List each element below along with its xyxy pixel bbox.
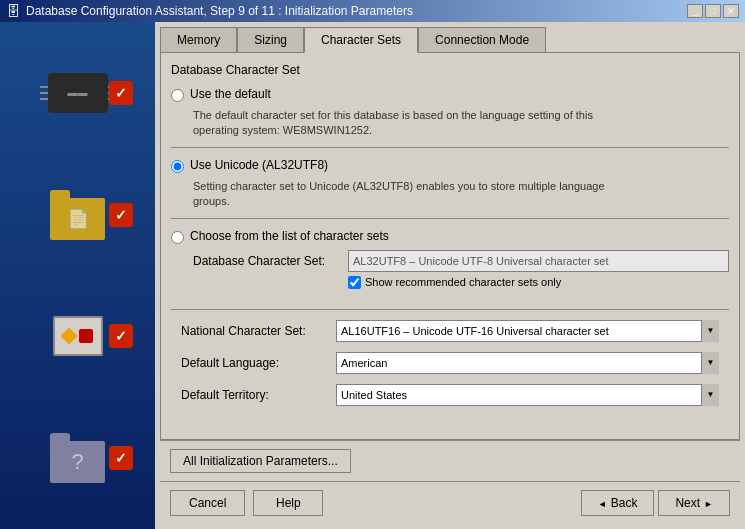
shapes-icon xyxy=(53,316,103,356)
divider-1 xyxy=(171,147,729,148)
title-bar: 🗄 Database Configuration Assistant, Step… xyxy=(0,0,745,22)
folder-icon-1: 📄 xyxy=(50,198,105,240)
maximize-button[interactable]: □ xyxy=(705,4,721,18)
check-badge-3: ✓ xyxy=(109,324,133,348)
radio-default-row: Use the default xyxy=(171,87,729,102)
window-controls[interactable]: _ □ ✕ xyxy=(687,4,739,18)
tab-memory[interactable]: Memory xyxy=(160,27,237,53)
chip-pins-left xyxy=(40,86,48,100)
check-badge-4: ✓ xyxy=(109,446,133,470)
radio-unicode-row: Use Unicode (AL32UTF8) xyxy=(171,158,729,173)
radio-choose[interactable] xyxy=(171,231,184,244)
radio-unicode-desc: Setting character set to Unicode (AL32UT… xyxy=(193,179,729,210)
default-language-select-wrapper: American ▼ xyxy=(336,352,719,374)
default-language-row: Default Language: American ▼ xyxy=(171,352,729,374)
default-language-select[interactable]: American xyxy=(336,352,719,374)
step-icon-3: ✓ xyxy=(13,296,143,376)
nav-buttons: Back Next xyxy=(581,490,730,516)
show-recommended-label[interactable]: Show recommended character sets only xyxy=(365,276,561,288)
radio-default-desc: The default character set for this datab… xyxy=(193,108,729,139)
footer: Cancel Help Back Next xyxy=(160,481,740,524)
national-charset-select-wrapper: AL16UTF16 – Unicode UTF-16 Universal cha… xyxy=(336,320,719,342)
default-territory-row: Default Territory: United States ▼ xyxy=(171,384,729,406)
national-charset-select[interactable]: AL16UTF16 – Unicode UTF-16 Universal cha… xyxy=(336,320,719,342)
divider-2 xyxy=(171,218,729,219)
db-charset-label: Database Character Set: xyxy=(193,254,348,268)
content-area: Database Character Set Use the default T… xyxy=(160,52,740,440)
left-panel: ▬▬ ✓ 📄 ✓ ✓ ? xyxy=(0,22,155,529)
show-recommended-checkbox[interactable] xyxy=(348,276,361,289)
default-territory-select[interactable]: United States xyxy=(336,384,719,406)
tab-character-sets[interactable]: Character Sets xyxy=(304,27,418,53)
radio-default-label[interactable]: Use the default xyxy=(190,87,271,101)
footer-left-buttons: Cancel Help xyxy=(170,490,323,516)
next-arrow-icon xyxy=(704,496,713,510)
radio-unicode[interactable] xyxy=(171,160,184,173)
section-title: Database Character Set xyxy=(171,63,729,77)
minimize-button[interactable]: _ xyxy=(687,4,703,18)
divider-3 xyxy=(171,309,729,310)
tab-bar: Memory Sizing Character Sets Connection … xyxy=(160,27,740,53)
step-icon-4: ? ✓ xyxy=(13,418,143,498)
tab-sizing[interactable]: Sizing xyxy=(237,27,304,53)
close-button[interactable]: ✕ xyxy=(723,4,739,18)
radio-choose-row: Choose from the list of character sets xyxy=(171,229,729,244)
national-charset-label: National Character Set: xyxy=(181,324,336,338)
window-title: Database Configuration Assistant, Step 9… xyxy=(26,4,413,18)
step-icon-2: 📄 ✓ xyxy=(13,175,143,255)
radio-default[interactable] xyxy=(171,89,184,102)
cancel-button[interactable]: Cancel xyxy=(170,490,245,516)
bottom-section: All Initialization Parameters... xyxy=(160,440,740,481)
check-badge-1: ✓ xyxy=(109,81,133,105)
right-panel: Memory Sizing Character Sets Connection … xyxy=(155,22,745,529)
next-button[interactable]: Next xyxy=(658,490,730,516)
radio-unicode-label[interactable]: Use Unicode (AL32UTF8) xyxy=(190,158,328,172)
step-icon-1: ▬▬ ✓ xyxy=(13,53,143,133)
db-charset-row: Database Character Set: xyxy=(193,250,729,272)
default-territory-label: Default Territory: xyxy=(181,388,336,402)
back-arrow-icon xyxy=(598,496,607,510)
back-button[interactable]: Back xyxy=(581,490,655,516)
chip-icon: ▬▬ xyxy=(48,73,108,113)
radio-choose-label[interactable]: Choose from the list of character sets xyxy=(190,229,389,243)
check-badge-2: ✓ xyxy=(109,203,133,227)
default-territory-select-wrapper: United States ▼ xyxy=(336,384,719,406)
national-charset-row: National Character Set: AL16UTF16 – Unic… xyxy=(171,320,729,342)
show-recommended-row: Show recommended character sets only xyxy=(348,276,729,289)
tab-connection-mode[interactable]: Connection Mode xyxy=(418,27,546,53)
app-icon: 🗄 xyxy=(6,3,20,19)
all-params-button[interactable]: All Initialization Parameters... xyxy=(170,449,351,473)
folder-icon-2: ? xyxy=(50,441,105,483)
db-charset-field[interactable] xyxy=(348,250,729,272)
help-button[interactable]: Help xyxy=(253,490,323,516)
default-language-label: Default Language: xyxy=(181,356,336,370)
